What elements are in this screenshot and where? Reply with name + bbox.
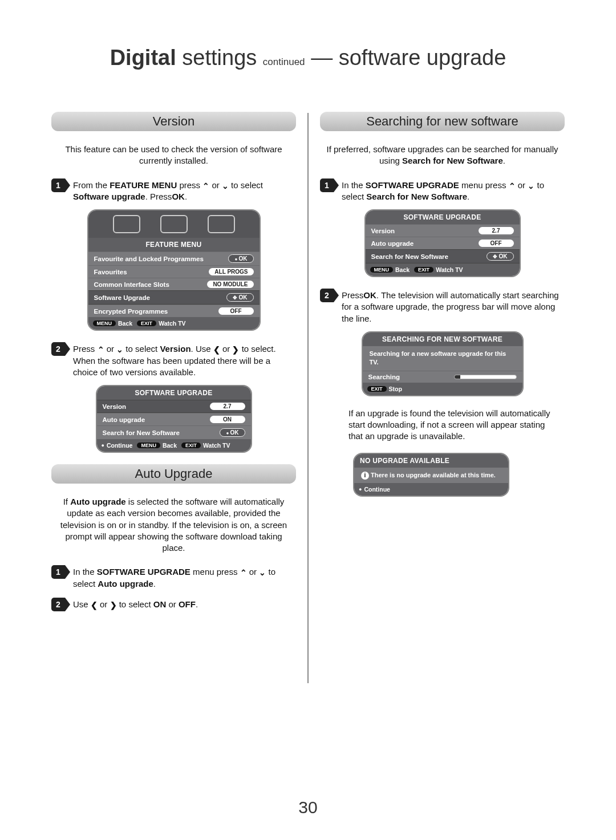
osd-value: OK (228, 254, 253, 263)
osd-title: SOFTWARE UPGRADE (366, 210, 520, 224)
auto-upgrade-heading: Auto Upgrade (51, 464, 296, 484)
search-step-2-text: PressOK. The television will automatical… (342, 289, 565, 324)
osd-row: Version2.7 (366, 224, 520, 237)
step-number-2: 2 (51, 342, 65, 356)
osd-foot: Continue (354, 483, 508, 496)
version-intro: This feature can be used to check the ve… (57, 144, 290, 167)
auto-step-2: 2 Use ❮ or ❯ to select ON or OFF. (51, 598, 296, 611)
info-icon: i (361, 472, 369, 480)
osd-icon-row (88, 210, 260, 238)
osd-foot: MENU Back EXIT Watch TV (88, 317, 260, 330)
step-number-1: 1 (51, 565, 65, 579)
columns: Version This feature can be used to chec… (51, 102, 565, 695)
search-step-1-text: In the SOFTWARE UPGRADE menu press ⌃ or … (342, 178, 565, 203)
chevron-left-icon: ❮ (91, 600, 98, 610)
title-bold: Digital (110, 46, 176, 70)
osd-body: Version2.7 Auto upgradeON Search for New… (97, 400, 251, 439)
software-upgrade-osd: SOFTWARE UPGRADE Version2.7 Auto upgrade… (97, 386, 251, 452)
osd-foot: MENU Back EXIT Watch TV (366, 263, 520, 276)
osd-row: Common Interface SlotsNO MODULE (88, 278, 260, 290)
osd-body: i There is no upgrade available at this … (354, 468, 508, 483)
foot-exit: EXIT Stop (367, 385, 402, 392)
osd-title: NO UPGRADE AVAILABLE (354, 454, 508, 468)
osd-row: Auto upgradeON (97, 413, 251, 425)
osd-value: OK (226, 293, 254, 302)
osd-value: OFF (218, 307, 254, 315)
osd-row-selected: Software UpgradeOK (88, 290, 260, 305)
search-intro: If preferred, software upgrades can be s… (326, 144, 559, 167)
osd-value: 2.7 (479, 227, 514, 234)
foot-menu: MENU Back (137, 442, 177, 449)
step-number-2: 2 (51, 598, 65, 611)
step-number-1: 1 (51, 178, 65, 192)
chevron-up-icon: ⌃ (509, 181, 516, 190)
software-upgrade-osd-right: SOFTWARE UPGRADE Version2.7 Auto upgrade… (366, 210, 520, 276)
search-after-text: If an upgrade is found the television wi… (348, 408, 559, 443)
page-number: 30 (0, 798, 616, 817)
page-title: Digital settings continued — software up… (51, 46, 565, 70)
title-normal: settings (176, 46, 263, 70)
foot-exit: EXIT Watch TV (414, 266, 463, 273)
foot-continue: Continue (102, 442, 133, 449)
foot-exit: EXIT Watch TV (137, 320, 185, 327)
osd-value: ON (210, 416, 245, 423)
step-number-1: 1 (320, 178, 334, 192)
osd-icon (160, 215, 188, 233)
osd-value: 2.7 (210, 403, 245, 410)
osd-value: ALL PROGS (209, 268, 253, 275)
chevron-right-icon: ❯ (110, 600, 117, 610)
right-column: Searching for new software If preferred,… (309, 102, 565, 695)
osd-title: FEATURE MENU (88, 238, 260, 251)
foot-exit: EXIT Watch TV (181, 442, 230, 449)
left-column: Version This feature can be used to chec… (51, 102, 307, 695)
osd-value: OK (220, 428, 245, 437)
auto-step-1: 1 In the SOFTWARE UPGRADE menu press ⌃ o… (51, 565, 296, 590)
osd-message: Searching for a new software upgrade for… (363, 346, 522, 371)
osd-body: Version2.7 Auto upgradeOFF Search for Ne… (366, 224, 520, 263)
version-step-1-text: From the FEATURE MENU press ⌃ or ⌄ to se… (73, 178, 296, 203)
auto-step-1-text: In the SOFTWARE UPGRADE menu press ⌃ or … (73, 565, 296, 590)
title-rest: software upgrade (339, 46, 506, 70)
no-upgrade-osd: NO UPGRADE AVAILABLE i There is no upgra… (354, 454, 508, 496)
search-step-1: 1 In the SOFTWARE UPGRADE menu press ⌃ o… (320, 178, 565, 203)
osd-row: Search for New SoftwareOK (97, 425, 251, 439)
version-step-2-text: Press ⌃ or ⌄ to select Version. Use ❮ or… (73, 342, 296, 378)
progress-bar (454, 375, 517, 379)
searching-osd: SEARCHING FOR NEW SOFTWARE Searching for… (363, 332, 522, 395)
osd-value: OFF (479, 240, 514, 247)
osd-row-selected: Version2.7 (97, 400, 251, 413)
osd-foot: EXIT Stop (363, 383, 522, 395)
chevron-left-icon: ❮ (213, 345, 220, 354)
chevron-down-icon: ⌄ (259, 568, 266, 577)
chevron-down-icon: ⌄ (528, 181, 534, 190)
foot-menu: MENU Back (370, 266, 410, 273)
version-heading: Version (51, 112, 296, 131)
chevron-up-icon: ⌃ (240, 568, 247, 577)
osd-row-selected: Search for New SoftwareOK (366, 249, 520, 263)
chevron-down-icon: ⌄ (222, 181, 229, 190)
search-step-2: 2 PressOK. The television will automatic… (320, 289, 565, 324)
chevron-right-icon: ❯ (232, 345, 239, 354)
version-step-2: 2 Press ⌃ or ⌄ to select Version. Use ❮ … (51, 342, 296, 378)
osd-row-progress: Searching (363, 371, 522, 383)
osd-message: i There is no upgrade available at this … (354, 468, 508, 483)
osd-body: Searching for a new software upgrade for… (363, 346, 522, 383)
title-dash: — (305, 46, 339, 70)
chevron-up-icon: ⌃ (98, 345, 104, 354)
foot-menu: MENU Back (93, 320, 133, 327)
osd-value: NO MODULE (207, 281, 253, 288)
osd-title: SOFTWARE UPGRADE (97, 386, 251, 400)
osd-icon (208, 215, 235, 233)
osd-title: SEARCHING FOR NEW SOFTWARE (363, 332, 522, 346)
osd-value: OK (487, 252, 514, 261)
chevron-up-icon: ⌃ (202, 181, 209, 190)
search-heading: Searching for new software (320, 112, 565, 131)
feature-menu-osd: FEATURE MENU Favourite and Locked Progra… (88, 210, 260, 330)
title-small: continued (263, 56, 305, 67)
chevron-down-icon: ⌄ (116, 345, 123, 354)
osd-row: Auto upgradeOFF (366, 237, 520, 249)
step-number-2: 2 (320, 289, 334, 302)
osd-row: Encrypted ProgrammesOFF (88, 305, 260, 317)
version-step-1: 1 From the FEATURE MENU press ⌃ or ⌄ to … (51, 178, 296, 203)
auto-upgrade-intro: If Auto upgrade is selected the software… (57, 496, 290, 554)
